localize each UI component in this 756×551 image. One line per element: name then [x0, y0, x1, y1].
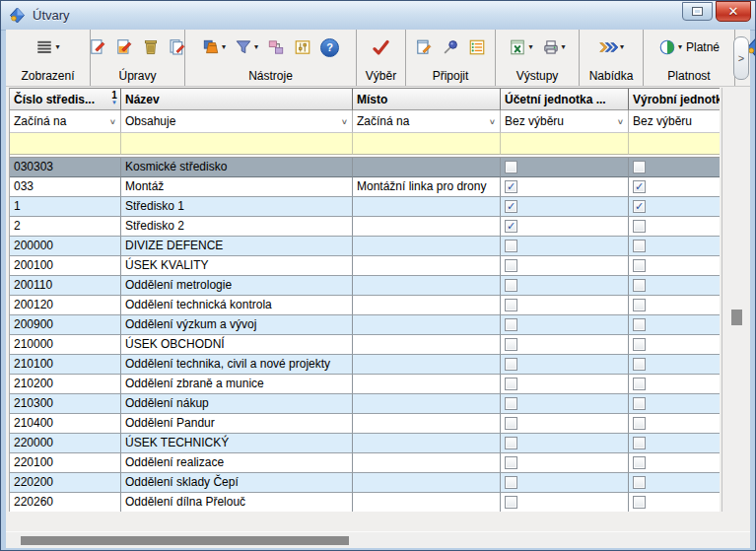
production-unit-checkbox[interactable]: ✓	[633, 200, 646, 213]
column-header-production-unit[interactable]: Výrobní jednotk	[629, 89, 720, 110]
cell-accounting-unit-checkbox[interactable]	[501, 493, 629, 512]
cell-accounting-unit-checkbox[interactable]	[501, 453, 629, 473]
production-unit-checkbox[interactable]	[633, 358, 646, 371]
cell-code[interactable]: 210400	[10, 414, 121, 434]
new-record-button[interactable]	[88, 37, 107, 57]
cell-production-unit-checkbox[interactable]	[629, 158, 720, 177]
accounting-unit-checkbox[interactable]	[505, 240, 517, 252]
table-row[interactable]: 210400Oddělení Pandur	[10, 414, 720, 434]
cell-name[interactable]: Oddělení technická kontrola	[121, 296, 353, 315]
related-records-button[interactable]	[266, 37, 286, 57]
cell-code[interactable]: 2	[10, 217, 121, 237]
accounting-unit-checkbox[interactable]	[505, 279, 517, 292]
grid-settings-button[interactable]	[293, 37, 312, 57]
cell-place[interactable]	[353, 394, 501, 414]
table-row[interactable]: 220200Oddělení sklady Čepí	[10, 473, 720, 493]
cell-accounting-unit-checkbox[interactable]	[501, 315, 629, 335]
production-unit-checkbox[interactable]	[633, 496, 646, 509]
cell-code[interactable]: 200120	[10, 296, 121, 315]
cell-name[interactable]: Kosmické středisko	[121, 158, 353, 177]
accounting-unit-checkbox[interactable]	[505, 161, 517, 173]
print-button[interactable]: ▾	[541, 37, 567, 57]
vertical-scrollbar-thumb[interactable]	[731, 310, 742, 325]
view-mode-button[interactable]: ▾	[34, 37, 60, 57]
accounting-unit-checkbox[interactable]	[505, 338, 517, 351]
cell-place[interactable]	[353, 375, 501, 394]
production-unit-checkbox[interactable]	[633, 417, 646, 430]
production-unit-checkbox[interactable]	[633, 240, 646, 252]
cell-name[interactable]: ÚSEK OBCHODNÍ	[121, 335, 353, 355]
cell-code[interactable]: 1	[10, 197, 121, 217]
cell-place[interactable]	[353, 237, 501, 256]
cell-place[interactable]: Montážní linka pro drony	[353, 177, 501, 197]
copy-record-button[interactable]	[168, 37, 187, 57]
production-unit-checkbox[interactable]	[633, 299, 646, 311]
cell-name[interactable]: Oddělení nákup	[121, 394, 353, 414]
attach-note-button[interactable]	[414, 37, 434, 57]
table-row[interactable]: 2Středisko 2✓	[10, 217, 720, 237]
production-unit-checkbox[interactable]: ✓	[633, 180, 646, 193]
cell-accounting-unit-checkbox[interactable]	[501, 335, 629, 355]
cell-accounting-unit-checkbox[interactable]	[501, 394, 629, 414]
table-row[interactable]: 200900Oddělení výzkum a vývoj	[10, 315, 720, 335]
filter-dropdown-name[interactable]: Obsahuje∨	[121, 110, 353, 133]
cell-production-unit-checkbox[interactable]	[629, 237, 720, 256]
production-unit-checkbox[interactable]	[633, 397, 646, 410]
toolbar-overflow-button[interactable]: >	[733, 36, 749, 80]
accounting-unit-checkbox[interactable]	[505, 299, 517, 311]
accounting-unit-checkbox[interactable]: ✓	[505, 180, 517, 193]
table-row[interactable]: 200110Oddělení metrologie	[10, 276, 720, 296]
accounting-unit-checkbox[interactable]	[505, 496, 517, 509]
cell-accounting-unit-checkbox[interactable]: ✓	[501, 197, 629, 217]
accounting-unit-checkbox[interactable]	[505, 476, 517, 489]
search-input-code[interactable]	[10, 133, 120, 154]
search-input-accounting-unit[interactable]	[501, 133, 628, 154]
production-unit-checkbox[interactable]	[633, 161, 646, 173]
delete-record-button[interactable]	[141, 37, 161, 57]
cell-name[interactable]: DIVIZE DEFENCE	[121, 237, 353, 256]
cell-name[interactable]: Oddělení Pandur	[121, 414, 353, 434]
table-row[interactable]: 210300Oddělení nákup	[10, 394, 720, 414]
production-unit-checkbox[interactable]	[633, 318, 646, 331]
production-unit-checkbox[interactable]	[633, 220, 646, 233]
cell-accounting-unit-checkbox[interactable]	[501, 158, 629, 177]
cell-code[interactable]: 220260	[10, 493, 121, 512]
menu-button[interactable]: ▾	[597, 37, 625, 57]
production-unit-checkbox[interactable]	[633, 378, 646, 390]
cell-production-unit-checkbox[interactable]	[629, 493, 720, 512]
cell-place[interactable]	[353, 276, 501, 296]
table-row[interactable]: 033MontážMontážní linka pro drony✓✓	[10, 177, 720, 197]
cell-name[interactable]: Oddělení dílna Přelouč	[121, 493, 353, 512]
cell-accounting-unit-checkbox[interactable]: ✓	[501, 217, 629, 237]
accounting-unit-checkbox[interactable]	[505, 318, 517, 331]
table-row[interactable]: 220000ÚSEK TECHNICKÝ	[10, 434, 720, 453]
cell-accounting-unit-checkbox[interactable]	[501, 276, 629, 296]
cell-name[interactable]: Středisko 1	[121, 197, 353, 217]
cell-production-unit-checkbox[interactable]	[629, 414, 720, 434]
cell-code[interactable]: 220000	[10, 434, 121, 453]
cell-code[interactable]: 033	[10, 177, 121, 197]
cell-code[interactable]: 220100	[10, 453, 121, 473]
cell-production-unit-checkbox[interactable]	[629, 473, 720, 493]
production-unit-checkbox[interactable]	[633, 476, 646, 489]
cell-production-unit-checkbox[interactable]	[629, 394, 720, 414]
vertical-scrollbar[interactable]	[722, 88, 748, 512]
production-unit-checkbox[interactable]	[633, 437, 646, 449]
cell-place[interactable]	[353, 296, 501, 315]
cell-accounting-unit-checkbox[interactable]	[501, 296, 629, 315]
cell-place[interactable]	[353, 355, 501, 375]
accounting-unit-checkbox[interactable]	[505, 417, 517, 430]
column-header-accounting-unit[interactable]: Účetní jednotka ...	[501, 89, 629, 110]
table-row[interactable]: 220100Oddělení realizace	[10, 453, 720, 473]
search-input-production-unit[interactable]	[629, 133, 720, 154]
cell-code[interactable]: 200000	[10, 237, 121, 256]
validity-filter-button[interactable]: ▾ Platné	[657, 37, 721, 57]
help-button[interactable]: ?	[319, 37, 340, 58]
column-header-code[interactable]: Číslo středis... 1 ▼	[10, 89, 121, 110]
cell-accounting-unit-checkbox[interactable]	[501, 355, 629, 375]
filter-button[interactable]: ▾	[234, 37, 259, 57]
table-row[interactable]: 210000ÚSEK OBCHODNÍ	[10, 335, 720, 355]
cell-production-unit-checkbox[interactable]	[629, 453, 720, 473]
special-functions-button[interactable]: ▾	[201, 37, 227, 57]
excel-export-button[interactable]: ▾	[508, 37, 533, 57]
